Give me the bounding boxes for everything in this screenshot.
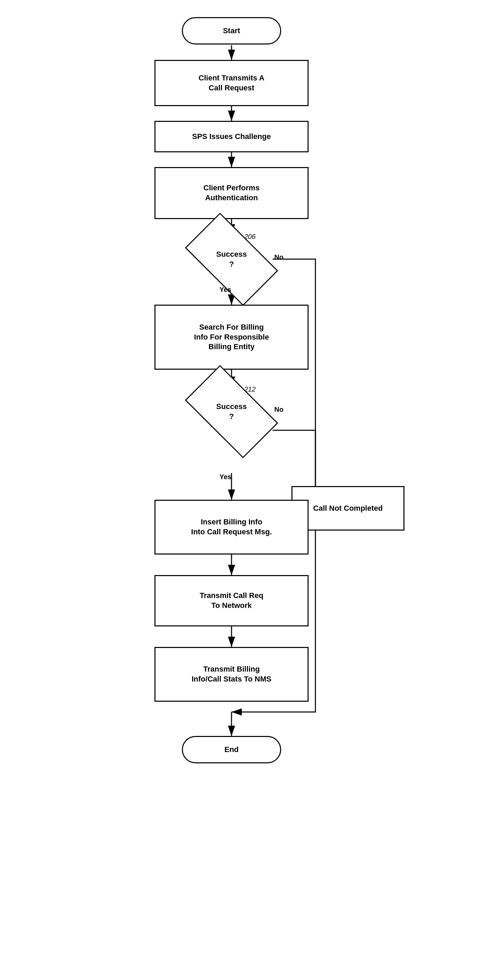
node-204: Client Performs Authentication <box>155 167 308 219</box>
end-node: End <box>182 736 281 763</box>
n206-yes-label: Yes <box>220 286 231 294</box>
n206-no-label: No <box>274 253 284 261</box>
node-218: Transmit Billing Info/Call Stats To NMS <box>155 647 308 702</box>
start-label: Start <box>223 26 240 36</box>
node-208-label: Search For Billing Info For Responsible … <box>194 323 269 352</box>
node-214: Insert Billing Info Into Call Request Ms… <box>155 500 308 555</box>
n212-yes-label: Yes <box>220 473 231 481</box>
node-216-label: Transmit Call Req To Network <box>200 591 263 610</box>
node-216: Transmit Call Req To Network <box>155 575 308 627</box>
node-212-label: Success ? <box>216 402 247 422</box>
end-label: End <box>224 745 239 755</box>
start-node: Start <box>182 17 281 45</box>
node-214-label: Insert Billing Info Into Call Request Ms… <box>191 517 272 537</box>
node-204-label: Client Performs Authentication <box>203 183 260 203</box>
node-208: Search For Billing Info For Responsible … <box>155 305 308 370</box>
n212-no-label: No <box>274 406 284 414</box>
node-200-label: Client Transmits A Call Request <box>199 73 264 93</box>
node-218-label: Transmit Billing Info/Call Stats To NMS <box>192 664 271 684</box>
node-200: Client Transmits A Call Request <box>155 60 308 106</box>
node-202-label: SPS Issues Challenge <box>192 132 271 142</box>
node-202: SPS Issues Challenge <box>155 121 308 152</box>
node-206-label: Success ? <box>216 250 247 269</box>
node-210-label: Call Not Completed <box>313 504 383 514</box>
flowchart-container: Start 200 Client Transmits A Call Reques… <box>124 7 363 965</box>
